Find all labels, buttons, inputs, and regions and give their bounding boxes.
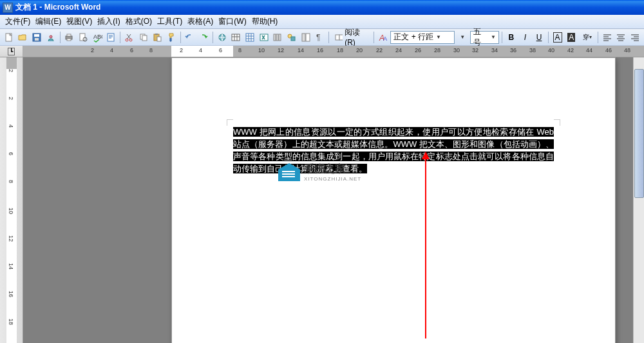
hyperlink-button[interactable] — [216, 30, 229, 44]
menu-view[interactable]: 视图(V) — [64, 15, 95, 28]
scrollbar-thumb[interactable] — [634, 69, 644, 198]
ruler-tick: 10 — [258, 47, 265, 54]
menu-table[interactable]: 表格(A) — [185, 15, 216, 28]
save-button[interactable] — [30, 30, 43, 44]
ruler-tick: 8 — [149, 47, 153, 54]
show-marks-button[interactable]: ¶ — [313, 30, 326, 44]
print-preview-button[interactable] — [77, 30, 90, 44]
menu-tools[interactable]: 工具(T) — [155, 15, 185, 28]
font-style-button[interactable]: AA — [377, 30, 390, 44]
align-center-button[interactable] — [615, 30, 628, 44]
menu-insert[interactable]: 插入(I) — [95, 15, 122, 28]
read-button[interactable]: 阅读(R) — [332, 30, 371, 44]
svg-rect-8 — [80, 34, 85, 41]
vertical-ruler[interactable]: 22468101214161820 — [0, 57, 23, 343]
insert-table-button[interactable] — [243, 30, 256, 44]
vruler-tick: 10 — [8, 208, 14, 214]
page[interactable]: WWW 把网上的信息资源以一定的方式组织起来，使用户可以方便地检索存储在 Web… — [171, 57, 616, 343]
menu-help[interactable]: 帮助(H) — [249, 15, 281, 28]
menu-format[interactable]: 格式(O) — [123, 15, 155, 28]
vertical-scrollbar[interactable] — [633, 57, 644, 343]
vruler-tick: 2 — [8, 69, 14, 72]
annotation-arrow-icon — [425, 158, 426, 338]
ruler-tick: 2 — [91, 47, 94, 54]
italic-button[interactable]: I — [519, 30, 532, 44]
svg-rect-27 — [291, 37, 295, 41]
copy-button[interactable] — [137, 30, 150, 44]
columns-button[interactable] — [271, 30, 284, 44]
align-right-button[interactable] — [629, 30, 641, 44]
ruler-tick: 16 — [317, 47, 323, 54]
svg-rect-22 — [260, 34, 268, 41]
vruler-tick: 2 — [8, 97, 14, 100]
menu-window[interactable]: 窗口(W) — [216, 15, 249, 28]
watermark-logo-icon — [278, 163, 300, 181]
style-dropdown[interactable]: 正文 + 行距▼ — [390, 31, 455, 44]
svg-rect-2 — [34, 34, 39, 37]
horizontal-ruler[interactable]: ┗ 24681012141618202224262830323436384042… — [0, 46, 644, 57]
spell-check-button[interactable]: ABC — [91, 30, 104, 44]
tab-selector[interactable]: ┗ — [0, 46, 23, 57]
svg-rect-32 — [339, 35, 343, 40]
underline-button[interactable]: U — [533, 30, 545, 44]
new-doc-button[interactable] — [3, 30, 15, 44]
redo-button[interactable] — [197, 30, 210, 44]
print-button[interactable] — [63, 30, 76, 44]
svg-rect-23 — [274, 34, 276, 41]
svg-rect-20 — [232, 34, 240, 41]
ruler-tick: 40 — [548, 47, 554, 54]
doc-map-button[interactable] — [299, 30, 312, 44]
ruler-tick: 18 — [337, 47, 343, 54]
ruler-tick: 24 — [395, 47, 402, 54]
svg-rect-7 — [67, 39, 71, 41]
permissions-button[interactable] — [44, 30, 57, 44]
font-dropdown-arrow[interactable]: ▼ — [456, 30, 469, 44]
excel-button[interactable] — [258, 30, 270, 44]
titlebar: W 文档 1 - Microsoft Word — [0, 0, 644, 15]
ruler-tick: 8 — [238, 47, 242, 54]
separator — [502, 32, 502, 43]
ruler-tick: 20 — [356, 47, 363, 54]
ruler-tick: 4 — [199, 47, 202, 54]
svg-rect-6 — [67, 34, 71, 36]
research-button[interactable] — [104, 30, 117, 44]
ruler-tick: 48 — [624, 47, 630, 54]
svg-rect-31 — [336, 35, 339, 40]
document-area[interactable]: WWW 把网上的信息资源以一定的方式组织起来，使用户可以方便地检索存储在 Web… — [23, 57, 644, 343]
cut-button[interactable] — [123, 30, 136, 44]
svg-text:A: A — [383, 35, 387, 42]
menu-file[interactable]: 文件(F) — [3, 15, 33, 28]
ruler-tick: 22 — [376, 47, 383, 54]
char-shading-button[interactable]: A — [565, 30, 578, 44]
separator — [180, 32, 181, 43]
tables-borders-button[interactable] — [229, 30, 242, 44]
separator — [548, 32, 549, 43]
align-left-button[interactable] — [601, 30, 614, 44]
separator — [60, 32, 61, 43]
format-painter-button[interactable] — [165, 30, 178, 44]
separator — [213, 32, 213, 43]
workspace: 22468101214161820 WWW 把网上的信息资源以一定的方式组织起来… — [0, 57, 644, 343]
drawing-button[interactable] — [285, 30, 298, 44]
ruler-tick: 32 — [472, 47, 478, 54]
ruler-tick: 30 — [453, 47, 460, 54]
svg-rect-25 — [279, 34, 281, 41]
paste-button[interactable] — [151, 30, 164, 44]
separator — [374, 32, 374, 43]
menubar: 文件(F) 编辑(E) 视图(V) 插入(I) 格式(O) 工具(T) 表格(A… — [0, 15, 644, 29]
bold-button[interactable]: B — [505, 30, 518, 44]
ruler-tick: 2 — [180, 47, 183, 54]
standard-toolbar: ABC ¶ 阅读(R) AA 正文 + 行距▼ ▼ 五号▼ B I U A A … — [0, 29, 644, 46]
font-size-dropdown[interactable]: 五号▼ — [470, 31, 499, 44]
vruler-tick: 18 — [8, 318, 14, 325]
vruler-tick: 8 — [8, 180, 14, 183]
ruler-tick: 38 — [529, 47, 536, 54]
open-button[interactable] — [17, 30, 30, 44]
app-icon: W — [3, 3, 13, 13]
ruler-tick: 4 — [110, 47, 113, 54]
char-scale-button[interactable]: 穿▾ — [579, 30, 595, 44]
menu-edit[interactable]: 编辑(E) — [33, 15, 64, 28]
separator — [598, 32, 598, 43]
undo-button[interactable] — [184, 30, 196, 44]
char-border-button[interactable]: A — [551, 30, 564, 44]
